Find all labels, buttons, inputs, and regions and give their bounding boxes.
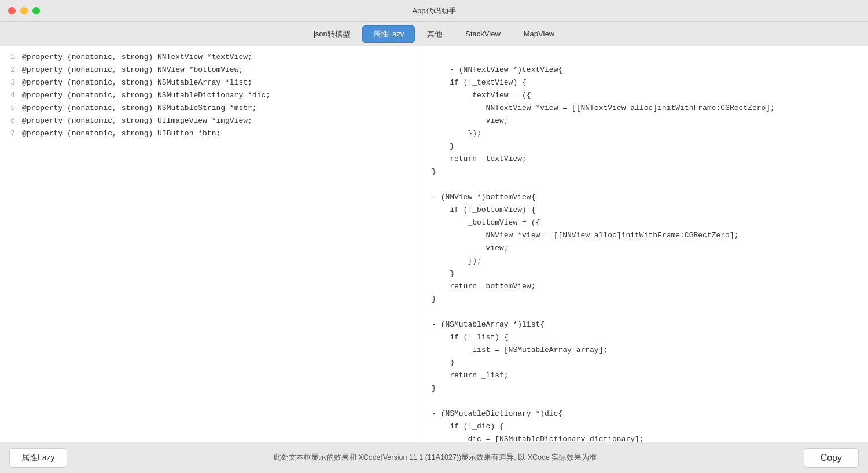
window-title: App代码助手 [412, 6, 455, 16]
tabbar: json转模型 属性Lazy 其他 StackView MapView [0, 22, 868, 46]
right-code-content: - (NNTextView *)textView{ if (!_textView… [432, 65, 775, 442]
line-number: 7 [5, 127, 22, 140]
table-row: 1 @property (nonatomic, strong) NNTextVi… [0, 51, 422, 64]
line-number: 3 [5, 76, 22, 89]
line-content: @property (nonatomic, strong) NNView *bo… [22, 64, 243, 76]
line-content: @property (nonatomic, strong) NSMutableS… [22, 102, 257, 115]
status-text: 此处文本框显示的效果和 XCode(Version 11.1 (11A1027)… [67, 453, 804, 463]
window-controls [8, 7, 40, 14]
right-code-panel: - (NNTextView *)textView{ if (!_textView… [422, 46, 868, 442]
line-content: @property (nonatomic, strong) NSMutableD… [22, 89, 270, 102]
maximize-button[interactable] [32, 7, 40, 14]
left-code-panel: 1 @property (nonatomic, strong) NNTextVi… [0, 46, 422, 442]
table-row: 3 @property (nonatomic, strong) NSMutabl… [0, 76, 422, 89]
line-content: @property (nonatomic, strong) UIImageVie… [22, 115, 252, 127]
table-row: 6 @property (nonatomic, strong) UIImageV… [0, 115, 422, 127]
line-number: 4 [5, 89, 22, 102]
line-content: @property (nonatomic, strong) UIButton *… [22, 127, 220, 140]
main-content: 1 @property (nonatomic, strong) NNTextVi… [0, 46, 868, 442]
line-content: @property (nonatomic, strong) NSMutableA… [22, 76, 252, 89]
line-number: 5 [5, 102, 22, 115]
line-number: 2 [5, 64, 22, 76]
line-content: @property (nonatomic, strong) NNTextView… [22, 51, 252, 64]
tab-lazy[interactable]: 属性Lazy [362, 25, 415, 43]
tab-stackview[interactable]: StackView [454, 26, 511, 42]
table-row: 7 @property (nonatomic, strong) UIButton… [0, 127, 422, 140]
table-row: 2 @property (nonatomic, strong) NNView *… [0, 64, 422, 76]
bottombar: 属性Lazy 此处文本框显示的效果和 XCode(Version 11.1 (1… [0, 442, 868, 473]
titlebar: App代码助手 [0, 0, 868, 22]
minimize-button[interactable] [20, 7, 28, 14]
copy-button[interactable]: Copy [804, 448, 859, 468]
tab-other[interactable]: 其他 [416, 25, 453, 43]
line-number: 6 [5, 115, 22, 127]
table-row: 5 @property (nonatomic, strong) NSMutabl… [0, 102, 422, 115]
tab-mapview[interactable]: MapView [513, 26, 565, 42]
line-number: 1 [5, 51, 22, 64]
tab-json[interactable]: json转模型 [303, 25, 361, 43]
close-button[interactable] [8, 7, 16, 14]
lazy-button[interactable]: 属性Lazy [9, 448, 67, 468]
table-row: 4 @property (nonatomic, strong) NSMutabl… [0, 89, 422, 102]
